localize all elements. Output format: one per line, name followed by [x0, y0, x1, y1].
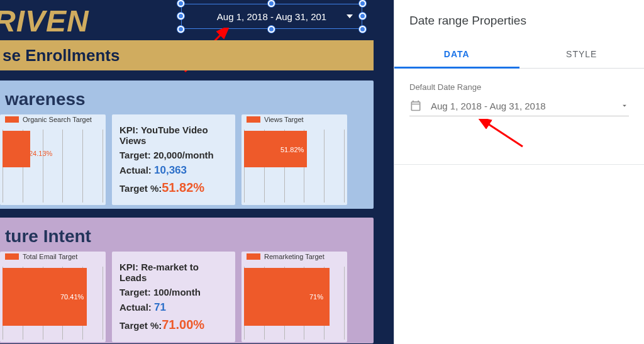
tab-data[interactable]: DATA — [394, 40, 519, 69]
chart-value-label: 70.41% — [60, 293, 84, 301]
resize-handle[interactable] — [177, 13, 184, 19]
resize-handle[interactable] — [359, 26, 366, 33]
chart-value-label: 24.13% — [29, 150, 52, 157]
chevron-down-icon — [347, 14, 353, 18]
resize-handle[interactable] — [268, 0, 275, 7]
section-body: Organic Search Target 24.13% KPI: YouTub… — [0, 114, 374, 213]
chart-value-label: 51.82% — [280, 146, 304, 153]
kpi-pct: Target %:51.82% — [119, 180, 228, 195]
resize-handle[interactable] — [177, 0, 184, 7]
section-body: Total Email Target 70.41% KPI: Re-market… — [0, 252, 374, 344]
kpi-title: KPI: YouTube Video Views — [119, 125, 228, 146]
kpi-card-remarket[interactable]: KPI: Re-market to Leads Target: 100/mont… — [112, 252, 235, 342]
date-range-value: Aug 1, 2018 - Aug 31, 2018 — [431, 101, 611, 111]
kpi-actual: Actual: 10,363 — [119, 164, 228, 177]
chart-remarketing-target[interactable]: Remarketing Target 71% — [242, 252, 347, 342]
section-awareness: wareness Organic Search Target 24.13% KP… — [0, 80, 374, 209]
chart-email-target[interactable]: Total Email Target 70.41% — [0, 252, 106, 342]
chart-views-target[interactable]: Views Target 51.82% — [242, 114, 347, 205]
legend-swatch-icon — [5, 253, 19, 260]
brand-logo: RIVEN — [0, 4, 89, 38]
panel-tabs: DATA STYLE — [394, 40, 644, 69]
tab-style[interactable]: STYLE — [519, 40, 645, 68]
section-title: wareness — [0, 80, 374, 114]
page-title-bar: se Enrollments — [0, 40, 374, 70]
kpi-card-youtube[interactable]: KPI: YouTube Video Views Target: 20,000/… — [112, 114, 235, 205]
page-title: se Enrollments — [3, 46, 119, 65]
annotation-arrow-icon — [479, 119, 535, 150]
section-title: ture Intent — [0, 218, 374, 252]
date-range-picker[interactable]: Aug 1, 2018 - Aug 31, 2018 — [409, 99, 629, 116]
legend-swatch-icon — [247, 253, 260, 260]
calendar-icon — [409, 99, 422, 112]
resize-handle[interactable] — [268, 26, 275, 33]
legend-swatch-icon — [5, 116, 19, 123]
chart-legend: Total Email Target — [5, 253, 77, 260]
chart-legend: Remarketing Target — [247, 253, 325, 260]
legend-label: Remarketing Target — [264, 253, 325, 260]
kpi-title: KPI: Re-market to Leads — [119, 262, 228, 283]
legend-label: Total Email Target — [23, 253, 77, 260]
chart-value-label: 71% — [309, 293, 323, 301]
report-canvas[interactable]: RIVEN Aug 1, 2018 - Aug 31, 201 se Enrol… — [0, 0, 394, 344]
section-intent: ture Intent Total Email Target 70.41% KP… — [0, 218, 374, 343]
field-label: Default Date Range — [409, 82, 629, 92]
resize-handle[interactable] — [177, 26, 184, 33]
resize-handle[interactable] — [359, 0, 366, 7]
legend-swatch-icon — [247, 116, 260, 123]
chart-bar — [3, 131, 30, 167]
chart-organic-search[interactable]: Organic Search Target 24.13% — [0, 114, 106, 205]
chart-legend: Organic Search Target — [5, 116, 92, 123]
date-range-control-selected[interactable]: Aug 1, 2018 - Aug 31, 201 — [181, 4, 362, 29]
chevron-down-icon — [620, 101, 629, 110]
kpi-actual: Actual: 71 — [119, 301, 228, 314]
resize-handle[interactable] — [359, 13, 366, 19]
date-range-text: Aug 1, 2018 - Aug 31, 201 — [217, 11, 326, 22]
kpi-target: Target: 100/month — [119, 287, 228, 297]
chart-legend: Views Target — [247, 116, 304, 123]
date-range-control[interactable]: Aug 1, 2018 - Aug 31, 201 — [181, 4, 362, 29]
properties-panel: Date range Properties DATA STYLE Default… — [394, 0, 644, 344]
legend-label: Organic Search Target — [23, 116, 92, 123]
app-root: RIVEN Aug 1, 2018 - Aug 31, 201 se Enrol… — [0, 0, 644, 344]
default-date-range-field: Default Date Range Aug 1, 2018 - Aug 31,… — [394, 69, 644, 165]
legend-label: Views Target — [264, 116, 304, 123]
svg-line-1 — [486, 123, 523, 147]
kpi-target: Target: 20,000/month — [119, 150, 228, 160]
panel-title: Date range Properties — [394, 0, 644, 40]
kpi-pct: Target %:71.00% — [119, 318, 228, 332]
